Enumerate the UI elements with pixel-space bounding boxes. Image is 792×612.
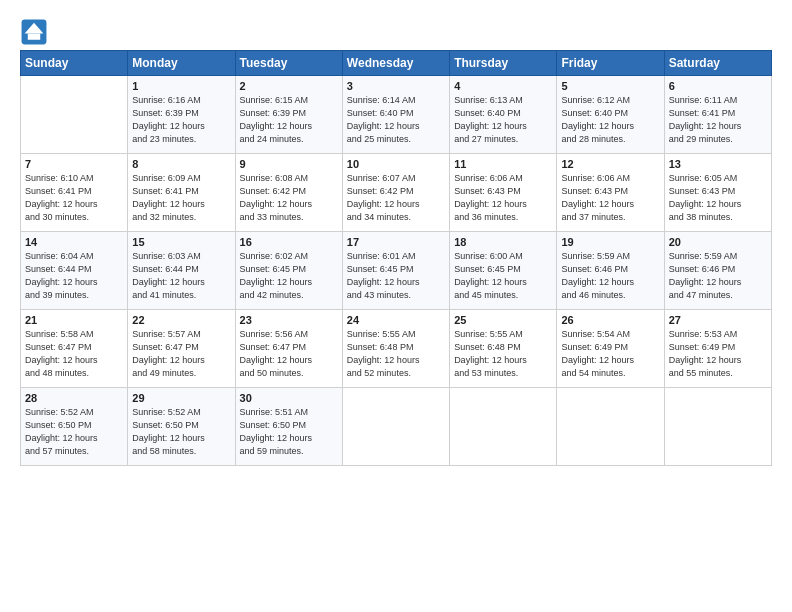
cell-info: Sunrise: 5:52 AM Sunset: 6:50 PM Dayligh… [132,406,230,458]
cell-info: Sunrise: 5:52 AM Sunset: 6:50 PM Dayligh… [25,406,123,458]
day-number: 22 [132,314,230,326]
day-number: 16 [240,236,338,248]
calendar-table: SundayMondayTuesdayWednesdayThursdayFrid… [20,50,772,466]
calendar-cell: 16Sunrise: 6:02 AM Sunset: 6:45 PM Dayli… [235,232,342,310]
cell-info: Sunrise: 5:53 AM Sunset: 6:49 PM Dayligh… [669,328,767,380]
day-number: 5 [561,80,659,92]
calendar-cell: 21Sunrise: 5:58 AM Sunset: 6:47 PM Dayli… [21,310,128,388]
day-number: 15 [132,236,230,248]
header [20,18,772,46]
cell-info: Sunrise: 5:59 AM Sunset: 6:46 PM Dayligh… [561,250,659,302]
cell-info: Sunrise: 6:10 AM Sunset: 6:41 PM Dayligh… [25,172,123,224]
cell-info: Sunrise: 6:05 AM Sunset: 6:43 PM Dayligh… [669,172,767,224]
day-number: 30 [240,392,338,404]
cell-info: Sunrise: 5:56 AM Sunset: 6:47 PM Dayligh… [240,328,338,380]
header-day: Thursday [450,51,557,76]
week-row: 7Sunrise: 6:10 AM Sunset: 6:41 PM Daylig… [21,154,772,232]
header-day: Tuesday [235,51,342,76]
cell-info: Sunrise: 6:01 AM Sunset: 6:45 PM Dayligh… [347,250,445,302]
calendar-cell: 6Sunrise: 6:11 AM Sunset: 6:41 PM Daylig… [664,76,771,154]
cell-info: Sunrise: 6:12 AM Sunset: 6:40 PM Dayligh… [561,94,659,146]
cell-info: Sunrise: 6:04 AM Sunset: 6:44 PM Dayligh… [25,250,123,302]
calendar-cell: 9Sunrise: 6:08 AM Sunset: 6:42 PM Daylig… [235,154,342,232]
calendar-cell: 25Sunrise: 5:55 AM Sunset: 6:48 PM Dayli… [450,310,557,388]
day-number: 21 [25,314,123,326]
cell-info: Sunrise: 6:02 AM Sunset: 6:45 PM Dayligh… [240,250,338,302]
week-row: 1Sunrise: 6:16 AM Sunset: 6:39 PM Daylig… [21,76,772,154]
calendar-cell: 14Sunrise: 6:04 AM Sunset: 6:44 PM Dayli… [21,232,128,310]
cell-info: Sunrise: 5:51 AM Sunset: 6:50 PM Dayligh… [240,406,338,458]
day-number: 13 [669,158,767,170]
cell-info: Sunrise: 5:57 AM Sunset: 6:47 PM Dayligh… [132,328,230,380]
day-number: 1 [132,80,230,92]
cell-info: Sunrise: 6:06 AM Sunset: 6:43 PM Dayligh… [454,172,552,224]
calendar-cell: 10Sunrise: 6:07 AM Sunset: 6:42 PM Dayli… [342,154,449,232]
header-day: Monday [128,51,235,76]
day-number: 7 [25,158,123,170]
cell-info: Sunrise: 6:16 AM Sunset: 6:39 PM Dayligh… [132,94,230,146]
calendar-cell: 28Sunrise: 5:52 AM Sunset: 6:50 PM Dayli… [21,388,128,466]
calendar-cell: 30Sunrise: 5:51 AM Sunset: 6:50 PM Dayli… [235,388,342,466]
calendar-cell: 1Sunrise: 6:16 AM Sunset: 6:39 PM Daylig… [128,76,235,154]
calendar-cell: 29Sunrise: 5:52 AM Sunset: 6:50 PM Dayli… [128,388,235,466]
calendar-cell: 11Sunrise: 6:06 AM Sunset: 6:43 PM Dayli… [450,154,557,232]
calendar-cell: 4Sunrise: 6:13 AM Sunset: 6:40 PM Daylig… [450,76,557,154]
day-number: 10 [347,158,445,170]
day-number: 24 [347,314,445,326]
day-number: 23 [240,314,338,326]
calendar-cell [557,388,664,466]
calendar-cell: 15Sunrise: 6:03 AM Sunset: 6:44 PM Dayli… [128,232,235,310]
calendar-cell [342,388,449,466]
calendar-cell: 17Sunrise: 6:01 AM Sunset: 6:45 PM Dayli… [342,232,449,310]
calendar-cell: 23Sunrise: 5:56 AM Sunset: 6:47 PM Dayli… [235,310,342,388]
cell-info: Sunrise: 6:03 AM Sunset: 6:44 PM Dayligh… [132,250,230,302]
day-number: 25 [454,314,552,326]
cell-info: Sunrise: 6:07 AM Sunset: 6:42 PM Dayligh… [347,172,445,224]
header-row: SundayMondayTuesdayWednesdayThursdayFrid… [21,51,772,76]
header-day: Saturday [664,51,771,76]
calendar-cell: 2Sunrise: 6:15 AM Sunset: 6:39 PM Daylig… [235,76,342,154]
calendar-cell [450,388,557,466]
day-number: 28 [25,392,123,404]
day-number: 12 [561,158,659,170]
header-day: Sunday [21,51,128,76]
day-number: 4 [454,80,552,92]
week-row: 14Sunrise: 6:04 AM Sunset: 6:44 PM Dayli… [21,232,772,310]
calendar-cell: 19Sunrise: 5:59 AM Sunset: 6:46 PM Dayli… [557,232,664,310]
header-day: Friday [557,51,664,76]
cell-info: Sunrise: 6:11 AM Sunset: 6:41 PM Dayligh… [669,94,767,146]
calendar-cell: 13Sunrise: 6:05 AM Sunset: 6:43 PM Dayli… [664,154,771,232]
day-number: 11 [454,158,552,170]
day-number: 8 [132,158,230,170]
cell-info: Sunrise: 6:09 AM Sunset: 6:41 PM Dayligh… [132,172,230,224]
cell-info: Sunrise: 6:13 AM Sunset: 6:40 PM Dayligh… [454,94,552,146]
calendar-cell: 12Sunrise: 6:06 AM Sunset: 6:43 PM Dayli… [557,154,664,232]
header-day: Wednesday [342,51,449,76]
cell-info: Sunrise: 6:15 AM Sunset: 6:39 PM Dayligh… [240,94,338,146]
day-number: 19 [561,236,659,248]
day-number: 6 [669,80,767,92]
calendar-cell: 27Sunrise: 5:53 AM Sunset: 6:49 PM Dayli… [664,310,771,388]
day-number: 14 [25,236,123,248]
week-row: 28Sunrise: 5:52 AM Sunset: 6:50 PM Dayli… [21,388,772,466]
calendar-cell: 24Sunrise: 5:55 AM Sunset: 6:48 PM Dayli… [342,310,449,388]
calendar-cell: 3Sunrise: 6:14 AM Sunset: 6:40 PM Daylig… [342,76,449,154]
calendar-cell [21,76,128,154]
svg-rect-2 [28,34,40,40]
day-number: 20 [669,236,767,248]
calendar-header: SundayMondayTuesdayWednesdayThursdayFrid… [21,51,772,76]
cell-info: Sunrise: 6:06 AM Sunset: 6:43 PM Dayligh… [561,172,659,224]
calendar-cell: 8Sunrise: 6:09 AM Sunset: 6:41 PM Daylig… [128,154,235,232]
day-number: 2 [240,80,338,92]
cell-info: Sunrise: 5:59 AM Sunset: 6:46 PM Dayligh… [669,250,767,302]
calendar-body: 1Sunrise: 6:16 AM Sunset: 6:39 PM Daylig… [21,76,772,466]
day-number: 17 [347,236,445,248]
cell-info: Sunrise: 5:55 AM Sunset: 6:48 PM Dayligh… [454,328,552,380]
calendar-cell: 7Sunrise: 6:10 AM Sunset: 6:41 PM Daylig… [21,154,128,232]
calendar-cell: 18Sunrise: 6:00 AM Sunset: 6:45 PM Dayli… [450,232,557,310]
calendar-cell: 5Sunrise: 6:12 AM Sunset: 6:40 PM Daylig… [557,76,664,154]
cell-info: Sunrise: 5:55 AM Sunset: 6:48 PM Dayligh… [347,328,445,380]
calendar-cell: 20Sunrise: 5:59 AM Sunset: 6:46 PM Dayli… [664,232,771,310]
logo-icon [20,18,48,46]
calendar-cell: 22Sunrise: 5:57 AM Sunset: 6:47 PM Dayli… [128,310,235,388]
